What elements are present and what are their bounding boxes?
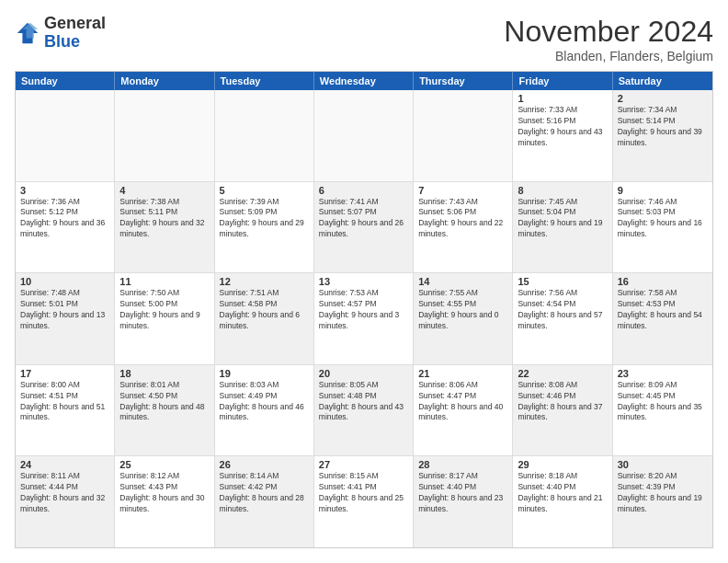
day-info: Sunrise: 8:18 AM Sunset: 4:40 PM Dayligh… [518, 471, 607, 515]
cal-header-cell: Friday [513, 72, 612, 90]
cal-header-cell: Tuesday [215, 72, 314, 90]
calendar-row: 24Sunrise: 8:11 AM Sunset: 4:44 PM Dayli… [16, 455, 712, 547]
page: General Blue November 2024 Blanden, Flan… [0, 0, 728, 563]
day-info: Sunrise: 7:34 AM Sunset: 5:14 PM Dayligh… [618, 105, 708, 149]
day-number: 27 [319, 459, 408, 470]
day-info: Sunrise: 8:05 AM Sunset: 4:48 PM Dayligh… [319, 380, 408, 424]
calendar-cell: 17Sunrise: 8:00 AM Sunset: 4:51 PM Dayli… [16, 365, 115, 456]
day-number: 19 [220, 368, 309, 379]
day-info: Sunrise: 8:15 AM Sunset: 4:41 PM Dayligh… [319, 471, 408, 515]
day-number: 17 [20, 368, 109, 379]
month-title: November 2024 [504, 15, 713, 49]
day-number: 5 [220, 185, 309, 196]
day-number: 6 [319, 185, 408, 196]
calendar-row: 17Sunrise: 8:00 AM Sunset: 4:51 PM Dayli… [16, 364, 712, 456]
day-info: Sunrise: 8:09 AM Sunset: 4:45 PM Dayligh… [618, 380, 708, 424]
calendar-cell: 21Sunrise: 8:06 AM Sunset: 4:47 PM Dayli… [414, 365, 513, 456]
subtitle: Blanden, Flanders, Belgium [504, 49, 713, 63]
day-info: Sunrise: 7:43 AM Sunset: 5:06 PM Dayligh… [418, 197, 507, 241]
day-number: 8 [518, 185, 607, 196]
calendar-cell: 2Sunrise: 7:34 AM Sunset: 5:14 PM Daylig… [613, 90, 712, 181]
day-number: 18 [119, 368, 209, 379]
calendar-cell: 24Sunrise: 8:11 AM Sunset: 4:44 PM Dayli… [16, 456, 115, 547]
day-info: Sunrise: 8:11 AM Sunset: 4:44 PM Dayligh… [20, 471, 109, 515]
day-info: Sunrise: 7:39 AM Sunset: 5:09 PM Dayligh… [220, 197, 309, 241]
calendar-row: 3Sunrise: 7:36 AM Sunset: 5:12 PM Daylig… [16, 181, 712, 273]
day-info: Sunrise: 7:36 AM Sunset: 5:12 PM Dayligh… [20, 197, 109, 241]
day-info: Sunrise: 8:08 AM Sunset: 4:46 PM Dayligh… [518, 380, 607, 424]
calendar-body: 1Sunrise: 7:33 AM Sunset: 5:16 PM Daylig… [16, 90, 712, 547]
calendar-cell [314, 90, 414, 181]
calendar-cell: 5Sunrise: 7:39 AM Sunset: 5:09 PM Daylig… [215, 182, 314, 273]
calendar-cell: 6Sunrise: 7:41 AM Sunset: 5:07 PM Daylig… [314, 182, 414, 273]
calendar-cell: 27Sunrise: 8:15 AM Sunset: 4:41 PM Dayli… [314, 456, 414, 547]
calendar-cell: 7Sunrise: 7:43 AM Sunset: 5:06 PM Daylig… [414, 182, 513, 273]
calendar-cell [414, 90, 513, 181]
day-number: 10 [20, 276, 109, 287]
day-info: Sunrise: 7:56 AM Sunset: 4:54 PM Dayligh… [518, 288, 607, 332]
cal-header-cell: Sunday [16, 72, 115, 90]
day-number: 1 [518, 93, 607, 104]
logo-blue: Blue [44, 33, 106, 52]
calendar-cell [16, 90, 115, 181]
day-number: 9 [618, 185, 708, 196]
calendar-row: 1Sunrise: 7:33 AM Sunset: 5:16 PM Daylig… [16, 90, 712, 181]
day-info: Sunrise: 7:55 AM Sunset: 4:55 PM Dayligh… [418, 288, 507, 332]
calendar-cell: 18Sunrise: 8:01 AM Sunset: 4:50 PM Dayli… [115, 365, 214, 456]
cal-header-cell: Monday [115, 72, 214, 90]
cal-header-cell: Thursday [414, 72, 513, 90]
calendar-row: 10Sunrise: 7:48 AM Sunset: 5:01 PM Dayli… [16, 272, 712, 364]
day-info: Sunrise: 8:01 AM Sunset: 4:50 PM Dayligh… [119, 380, 209, 424]
day-info: Sunrise: 7:51 AM Sunset: 4:58 PM Dayligh… [220, 288, 309, 332]
calendar-cell: 11Sunrise: 7:50 AM Sunset: 5:00 PM Dayli… [115, 273, 214, 364]
calendar-cell: 26Sunrise: 8:14 AM Sunset: 4:42 PM Dayli… [215, 456, 314, 547]
day-info: Sunrise: 7:50 AM Sunset: 5:00 PM Dayligh… [119, 288, 209, 332]
day-number: 13 [319, 276, 408, 287]
calendar-cell: 20Sunrise: 8:05 AM Sunset: 4:48 PM Dayli… [314, 365, 414, 456]
day-number: 16 [618, 276, 708, 287]
calendar-cell: 29Sunrise: 8:18 AM Sunset: 4:40 PM Dayli… [513, 456, 612, 547]
logo-icon [15, 20, 40, 46]
calendar-cell [115, 90, 214, 181]
day-number: 11 [119, 276, 209, 287]
day-info: Sunrise: 8:06 AM Sunset: 4:47 PM Dayligh… [418, 380, 507, 424]
calendar-cell: 9Sunrise: 7:46 AM Sunset: 5:03 PM Daylig… [613, 182, 712, 273]
calendar-cell [215, 90, 314, 181]
day-number: 26 [220, 459, 309, 470]
day-info: Sunrise: 8:00 AM Sunset: 4:51 PM Dayligh… [20, 380, 109, 424]
day-info: Sunrise: 8:03 AM Sunset: 4:49 PM Dayligh… [220, 380, 309, 424]
calendar: SundayMondayTuesdayWednesdayThursdayFrid… [15, 71, 713, 548]
calendar-header: SundayMondayTuesdayWednesdayThursdayFrid… [16, 72, 712, 90]
day-number: 25 [119, 459, 209, 470]
day-info: Sunrise: 8:20 AM Sunset: 4:39 PM Dayligh… [618, 471, 708, 515]
logo-general: General [44, 15, 106, 33]
day-info: Sunrise: 7:45 AM Sunset: 5:04 PM Dayligh… [518, 197, 607, 241]
day-number: 23 [618, 368, 708, 379]
calendar-cell: 4Sunrise: 7:38 AM Sunset: 5:11 PM Daylig… [115, 182, 214, 273]
title-block: November 2024 Blanden, Flanders, Belgium [504, 15, 713, 63]
day-number: 12 [220, 276, 309, 287]
day-number: 29 [518, 459, 607, 470]
day-info: Sunrise: 8:14 AM Sunset: 4:42 PM Dayligh… [220, 471, 309, 515]
day-number: 22 [518, 368, 607, 379]
day-number: 15 [518, 276, 607, 287]
day-info: Sunrise: 7:58 AM Sunset: 4:53 PM Dayligh… [618, 288, 708, 332]
calendar-cell: 23Sunrise: 8:09 AM Sunset: 4:45 PM Dayli… [613, 365, 712, 456]
day-number: 24 [20, 459, 109, 470]
calendar-cell: 28Sunrise: 8:17 AM Sunset: 4:40 PM Dayli… [414, 456, 513, 547]
cal-header-cell: Saturday [613, 72, 712, 90]
day-number: 7 [418, 185, 507, 196]
day-info: Sunrise: 7:33 AM Sunset: 5:16 PM Dayligh… [518, 105, 607, 149]
day-info: Sunrise: 7:41 AM Sunset: 5:07 PM Dayligh… [319, 197, 408, 241]
calendar-cell: 8Sunrise: 7:45 AM Sunset: 5:04 PM Daylig… [513, 182, 612, 273]
day-info: Sunrise: 8:17 AM Sunset: 4:40 PM Dayligh… [418, 471, 507, 515]
day-info: Sunrise: 7:48 AM Sunset: 5:01 PM Dayligh… [20, 288, 109, 332]
calendar-cell: 3Sunrise: 7:36 AM Sunset: 5:12 PM Daylig… [16, 182, 115, 273]
calendar-cell: 14Sunrise: 7:55 AM Sunset: 4:55 PM Dayli… [414, 273, 513, 364]
logo-text: General Blue [44, 15, 106, 52]
day-number: 4 [119, 185, 209, 196]
cal-header-cell: Wednesday [314, 72, 414, 90]
day-info: Sunrise: 7:53 AM Sunset: 4:57 PM Dayligh… [319, 288, 408, 332]
day-number: 20 [319, 368, 408, 379]
calendar-cell: 15Sunrise: 7:56 AM Sunset: 4:54 PM Dayli… [513, 273, 612, 364]
